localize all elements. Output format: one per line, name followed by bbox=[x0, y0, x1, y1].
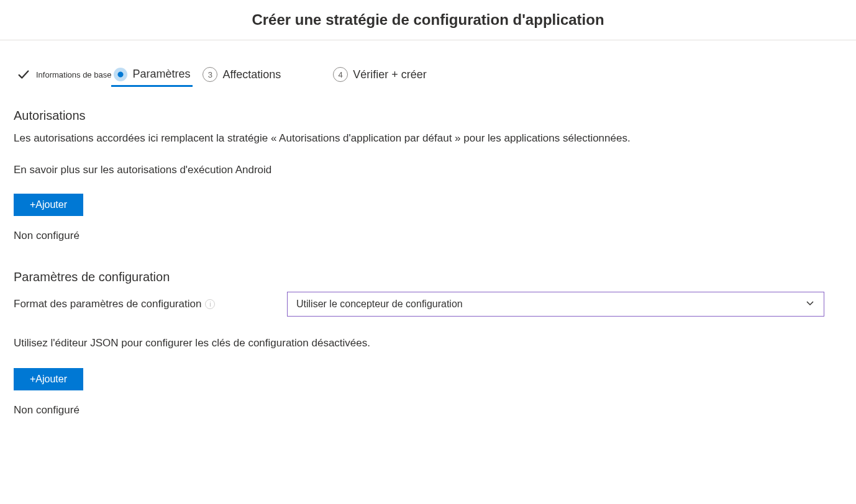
permissions-description: Les autorisations accordées ici remplace… bbox=[14, 130, 842, 146]
dropdown-value: Utiliser le concepteur de configuration bbox=[296, 299, 463, 310]
active-step-indicator-icon bbox=[114, 68, 127, 81]
config-format-label-text: Format des paramètres de configuration bbox=[14, 298, 201, 310]
step-number-icon: 3 bbox=[203, 67, 217, 82]
step-label: Paramètres bbox=[132, 68, 190, 81]
wizard-stepper: Informations de base Paramètres 3 Affect… bbox=[14, 62, 842, 87]
config-format-dropdown[interactable]: Utiliser le concepteur de configuration bbox=[287, 292, 824, 317]
config-settings-heading: Paramètres de configuration bbox=[14, 270, 842, 284]
add-permission-button[interactable]: +Ajouter bbox=[14, 194, 83, 216]
permissions-learn-more-link[interactable]: En savoir plus sur les autorisations d'e… bbox=[14, 164, 842, 176]
step-label: Vérifier + créer bbox=[353, 68, 427, 81]
info-icon[interactable]: i bbox=[205, 299, 215, 309]
content-area: Informations de base Paramètres 3 Affect… bbox=[0, 40, 856, 457]
step-settings[interactable]: Paramètres bbox=[111, 63, 193, 87]
step-number-icon: 4 bbox=[333, 67, 348, 82]
json-editor-hint: Utilisez l'éditeur JSON pour configurer … bbox=[14, 335, 842, 351]
config-status: Non configuré bbox=[14, 404, 842, 416]
permissions-heading: Autorisations bbox=[14, 109, 842, 123]
check-icon bbox=[16, 67, 31, 82]
config-format-label: Format des paramètres de configuration i bbox=[14, 298, 281, 310]
step-label: Affectations bbox=[222, 68, 281, 81]
page-title: Créer une stratégie de configuration d'a… bbox=[0, 0, 856, 40]
step-review-create[interactable]: 4 Vérifier + créer bbox=[330, 62, 429, 87]
step-label: Informations de base bbox=[36, 70, 111, 79]
step-assignments[interactable]: 3 Affectations bbox=[200, 62, 283, 87]
step-basic-info[interactable]: Informations de base bbox=[14, 62, 114, 87]
add-config-button[interactable]: +Ajouter bbox=[14, 368, 83, 390]
config-format-row: Format des paramètres de configuration i… bbox=[14, 292, 842, 317]
permissions-status: Non configuré bbox=[14, 230, 842, 242]
chevron-down-icon bbox=[805, 298, 815, 310]
